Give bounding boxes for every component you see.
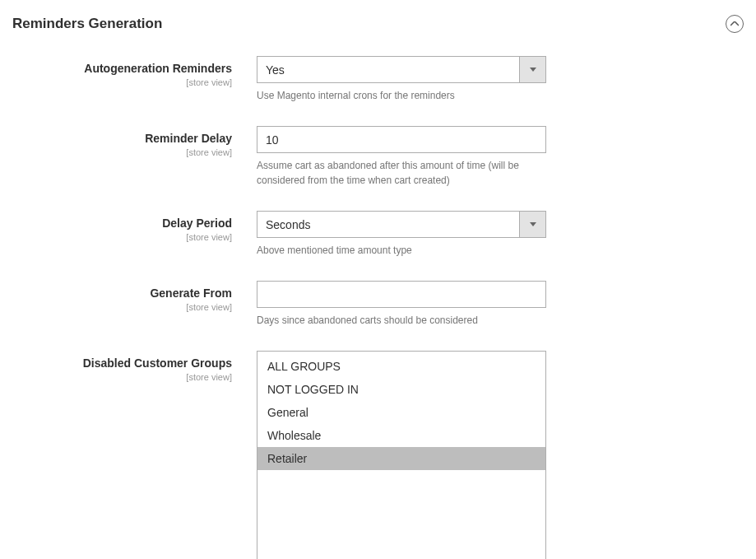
select-value: Seconds: [257, 211, 546, 238]
list-item[interactable]: ALL GROUPS: [257, 355, 545, 378]
field-disabled-groups: Disabled Customer Groups [store view] AL…: [12, 351, 744, 559]
field-label: Delay Period: [12, 216, 232, 231]
section-title: Reminders Generation: [12, 16, 162, 32]
field-help: Use Magento internal crons for the remin…: [257, 88, 546, 103]
autogeneration-select[interactable]: Yes: [257, 56, 546, 83]
field-help: Above mentioned time amount type: [257, 243, 546, 258]
reminder-delay-input[interactable]: [257, 126, 546, 153]
chevron-up-icon: [730, 21, 739, 26]
label-col: Reminder Delay [store view]: [12, 126, 257, 188]
generate-from-input[interactable]: [257, 281, 546, 308]
control-col: Yes Use Magento internal crons for the r…: [257, 56, 546, 103]
label-col: Autogeneration Reminders [store view]: [12, 56, 257, 103]
field-label: Generate From: [12, 286, 232, 300]
scope-label: [store view]: [12, 372, 232, 382]
field-generate-from: Generate From [store view] Days since ab…: [12, 281, 744, 328]
label-col: Disabled Customer Groups [store view]: [12, 351, 257, 559]
collapse-toggle[interactable]: [726, 15, 744, 33]
scope-label: [store view]: [12, 77, 232, 87]
scope-label: [store view]: [12, 147, 232, 157]
select-value: Yes: [257, 56, 546, 83]
disabled-groups-multiselect[interactable]: ALL GROUPSNOT LOGGED INGeneralWholesaleR…: [257, 351, 546, 559]
field-autogeneration: Autogeneration Reminders [store view] Ye…: [12, 56, 744, 103]
field-reminder-delay: Reminder Delay [store view] Assume cart …: [12, 126, 744, 188]
field-label: Autogeneration Reminders: [12, 61, 232, 76]
control-col: ALL GROUPSNOT LOGGED INGeneralWholesaleR…: [257, 351, 546, 559]
scope-label: [store view]: [12, 302, 232, 312]
label-col: Delay Period [store view]: [12, 211, 257, 258]
list-item[interactable]: Retailer: [257, 447, 545, 470]
field-label: Reminder Delay: [12, 131, 232, 146]
list-item[interactable]: General: [257, 401, 545, 424]
field-help: Days since abandoned carts should be con…: [257, 313, 546, 328]
form-area: Autogeneration Reminders [store view] Ye…: [0, 56, 756, 559]
control-col: Days since abandoned carts should be con…: [257, 281, 546, 328]
list-item[interactable]: NOT LOGGED IN: [257, 378, 545, 401]
field-help: Assume cart as abandoned after this amou…: [257, 158, 546, 188]
control-col: Assume cart as abandoned after this amou…: [257, 126, 546, 188]
scope-label: [store view]: [12, 232, 232, 242]
list-item[interactable]: Wholesale: [257, 424, 545, 447]
field-delay-period: Delay Period [store view] Seconds Above …: [12, 211, 744, 258]
delay-period-select[interactable]: Seconds: [257, 211, 546, 238]
control-col: Seconds Above mentioned time amount type: [257, 211, 546, 258]
field-label: Disabled Customer Groups: [12, 356, 232, 370]
label-col: Generate From [store view]: [12, 281, 257, 328]
section-header: Reminders Generation: [0, 0, 756, 56]
